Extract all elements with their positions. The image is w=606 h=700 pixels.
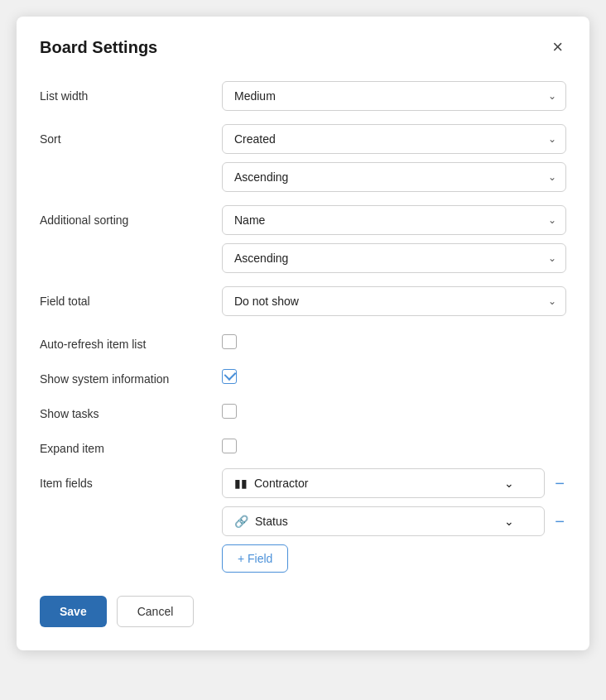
contractor-chevron-icon: ⌄ [504,477,514,490]
show-tasks-checkbox-wrap [222,399,237,419]
status-field-wrapper: 🔗 Status ⌄ [222,506,545,536]
auto-refresh-row: Auto-refresh item list [40,329,566,351]
expand-item-label: Expand item [40,434,222,455]
show-system-info-checkbox[interactable] [222,369,237,384]
sort-order-select[interactable]: Ascending Descending [222,162,566,192]
sort-order-wrapper: Ascending Descending ⌄ [222,162,566,192]
item-field-contractor-row: ▮▮ Contractor ⌄ − [222,468,566,498]
show-tasks-checkbox[interactable] [222,404,237,419]
contractor-table-icon: ▮▮ [234,477,248,490]
close-button[interactable]: × [549,36,566,58]
footer-row: Save Cancel [40,596,566,627]
auto-refresh-label: Auto-refresh item list [40,329,222,351]
item-fields-label: Item fields [40,468,222,490]
contractor-field-wrapper: ▮▮ Contractor ⌄ [222,468,545,498]
sort-field-wrapper: Created Name Modified ⌄ [222,124,566,154]
show-tasks-label: Show tasks [40,399,222,420]
item-fields-controls: ▮▮ Contractor ⌄ − 🔗 Status ⌄ − [222,468,566,573]
cancel-button[interactable]: Cancel [117,596,195,627]
modal-title: Board Settings [40,38,157,57]
field-total-select-wrapper: Do not show Sum Average Count ⌄ [222,286,566,316]
show-system-info-row: Show system information [40,364,566,386]
additional-sort-field-select[interactable]: Created Name Modified [222,205,566,235]
sort-field-select[interactable]: Created Name Modified [222,124,566,154]
item-field-status-row: 🔗 Status ⌄ − [222,506,566,536]
list-width-label: List width [40,81,222,103]
additional-sorting-label: Additional sorting [40,205,222,227]
auto-refresh-checkbox[interactable] [222,334,237,349]
sort-controls: Created Name Modified ⌄ Ascending Descen… [222,124,566,192]
remove-contractor-button[interactable]: − [553,475,566,491]
status-chevron-icon: ⌄ [504,515,514,528]
sort-row: Sort Created Name Modified ⌄ Ascending D… [40,124,566,192]
status-field-display[interactable]: 🔗 Status ⌄ [222,506,545,536]
additional-sorting-controls: Created Name Modified ⌄ Ascending Descen… [222,205,566,273]
auto-refresh-checkbox-wrap [222,329,237,349]
status-link-icon: 🔗 [234,515,248,528]
additional-sort-order-select[interactable]: Ascending Descending [222,243,566,273]
expand-item-checkbox-wrap [222,434,237,453]
board-settings-modal: Board Settings × List width Small Medium… [17,17,589,650]
additional-sorting-row: Additional sorting Created Name Modified… [40,205,566,273]
show-system-info-label: Show system information [40,364,222,386]
expand-item-row: Expand item [40,434,566,455]
field-total-select[interactable]: Do not show Sum Average Count [222,286,566,316]
additional-sort-field-wrapper: Created Name Modified ⌄ [222,205,566,235]
list-width-row: List width Small Medium Large ⌄ [40,81,566,111]
list-width-controls: Small Medium Large ⌄ [222,81,566,111]
show-system-info-checkbox-wrap [222,364,237,384]
save-button[interactable]: Save [40,596,107,627]
contractor-field-display[interactable]: ▮▮ Contractor ⌄ [222,468,545,498]
field-total-row: Field total Do not show Sum Average Coun… [40,286,566,316]
show-tasks-row: Show tasks [40,399,566,420]
modal-header: Board Settings × [40,36,566,58]
add-field-button[interactable]: + Field [222,544,288,573]
field-total-controls: Do not show Sum Average Count ⌄ [222,286,566,316]
add-field-label: + Field [238,552,272,565]
additional-sort-order-wrapper: Ascending Descending ⌄ [222,243,566,273]
list-width-select-wrapper: Small Medium Large ⌄ [222,81,566,111]
list-width-select[interactable]: Small Medium Large [222,81,566,111]
field-total-label: Field total [40,286,222,308]
expand-item-checkbox[interactable] [222,439,237,453]
item-fields-row: Item fields ▮▮ Contractor ⌄ − 🔗 [40,468,566,573]
status-field-label: Status [255,515,288,528]
contractor-field-label: Contractor [254,477,308,490]
sort-label: Sort [40,124,222,146]
remove-status-button[interactable]: − [553,513,566,530]
